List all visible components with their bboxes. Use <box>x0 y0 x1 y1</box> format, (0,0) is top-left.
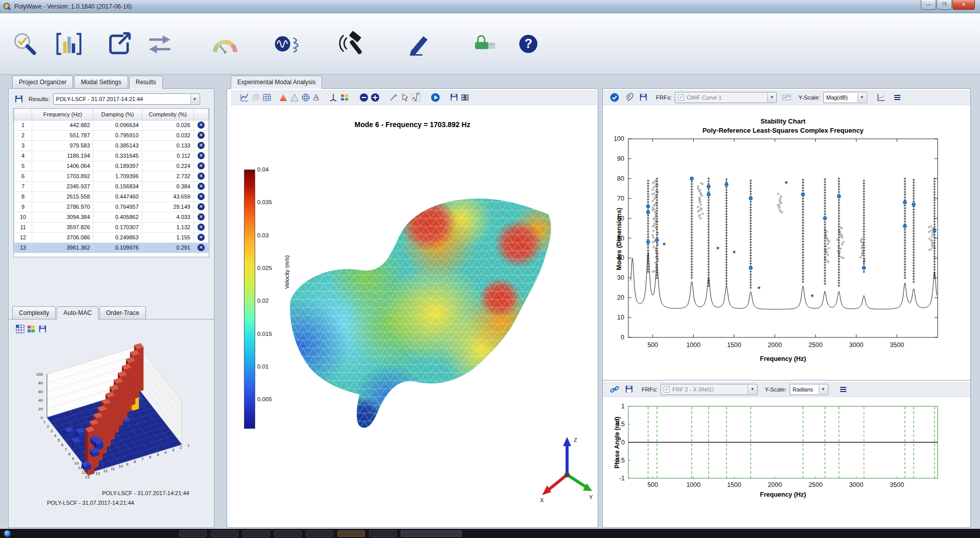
cell-frequency[interactable]: 442.882 <box>32 120 93 130</box>
sphere-view-button[interactable] <box>300 92 311 103</box>
cell-complexity[interactable]: 2.732 <box>142 171 193 181</box>
orientation-triad[interactable]: Z X Y <box>538 433 594 504</box>
axes-tool-button[interactable] <box>875 92 887 103</box>
table-row[interactable]: 51406.0640.1893970.224✕ <box>14 161 209 171</box>
mode-curve-button[interactable] <box>410 92 422 103</box>
table-row[interactable]: 3979.5830.3851430.133✕ <box>14 140 209 151</box>
table-row[interactable]: 113597.8260.1703071.132✕ <box>14 222 209 232</box>
cell-damping[interactable]: 0.109976 <box>93 242 142 253</box>
tab-order-trace[interactable]: Order-Trace <box>100 306 146 319</box>
row-index[interactable]: 2 <box>14 130 32 140</box>
col-damping[interactable]: Damping (%) <box>93 109 142 120</box>
cell-frequency[interactable]: 3706.086 <box>32 232 93 242</box>
export-button[interactable] <box>104 29 137 59</box>
cursor-line-button[interactable] <box>388 92 399 103</box>
stability-chart[interactable]: 5001000150020002500300035000102030405060… <box>604 106 967 379</box>
cell-damping[interactable]: 0.096634 <box>93 120 142 130</box>
row-index[interactable]: 11 <box>14 222 32 232</box>
delete-mode-button[interactable]: ✕ <box>198 173 205 180</box>
modal-model-button[interactable] <box>53 29 85 59</box>
row-index[interactable]: 13 <box>14 242 32 253</box>
delete-mode-button[interactable]: ✕ <box>198 142 205 149</box>
cell-complexity[interactable]: 4.033 <box>142 212 193 222</box>
cell-damping[interactable]: 0.405862 <box>93 212 142 222</box>
table-row[interactable]: 123706.0860.2498631.155✕ <box>14 232 209 242</box>
taskbar-item-active[interactable] <box>401 530 462 537</box>
transfer-button[interactable] <box>143 29 176 59</box>
apply-check-button[interactable] <box>609 92 620 103</box>
cell-damping[interactable]: 0.170307 <box>93 222 142 232</box>
cell-complexity[interactable]: 0.112 <box>142 151 193 161</box>
phase-frfs-combo[interactable]: ✓ FRF 2 - X (Ref1) ▼ <box>660 384 757 395</box>
save-modeshape-button[interactable] <box>448 92 459 103</box>
cell-damping[interactable]: 0.249863 <box>93 232 142 242</box>
taskbar-item[interactable] <box>179 530 207 537</box>
table-row[interactable]: 72345.9370.1568340.384✕ <box>14 181 209 191</box>
delete-mode-button[interactable]: ✕ <box>198 224 205 231</box>
cell-complexity[interactable]: 1.132 <box>142 222 193 232</box>
zoom-in-button[interactable] <box>370 92 381 103</box>
cell-frequency[interactable]: 1703.892 <box>32 171 93 181</box>
delete-mode-button[interactable]: ✕ <box>198 162 205 169</box>
phase-chart-area[interactable]: 500100015002000250030003500-1-0.500.51 P… <box>604 398 969 516</box>
link-button[interactable] <box>609 384 620 395</box>
delete-mode-button[interactable]: ✕ <box>198 183 205 190</box>
table-view-button[interactable] <box>261 92 273 103</box>
table-row[interactable]: 61703.8921.7093962.732✕ <box>14 171 209 181</box>
tab-complexity[interactable]: Complexity <box>12 306 56 319</box>
phase-yscale-combo[interactable]: Radians ▼ <box>790 384 828 395</box>
tab-experimental-modal-analysis[interactable]: Experimental Modal Analysis <box>231 76 322 89</box>
save-results-button[interactable] <box>13 93 24 105</box>
row-index[interactable]: 12 <box>14 232 32 242</box>
cell-complexity[interactable]: 0.133 <box>142 140 193 151</box>
row-index[interactable]: 1 <box>14 120 32 130</box>
tab-project-organizer[interactable]: Project Organizer <box>12 76 73 88</box>
stability-yscale-combo[interactable]: Mag(dB) ▼ <box>823 92 867 103</box>
stability-chart-area[interactable]: 5001000150020002500300035000102030405060… <box>604 106 969 379</box>
tab-modal-settings[interactable]: Modal Settings <box>74 76 128 88</box>
table-row[interactable]: 41186.1940.3316450.112✕ <box>14 151 209 161</box>
col-complexity[interactable]: Complexity (%) <box>142 109 193 120</box>
impact-hammer-button[interactable] <box>337 29 370 59</box>
frf-checkbox[interactable]: ✓ <box>678 94 684 101</box>
geometry-button[interactable] <box>250 92 261 103</box>
legend-list-button[interactable] <box>838 384 849 395</box>
cell-complexity[interactable]: 0.026 <box>142 120 193 130</box>
start-button[interactable] <box>4 530 11 537</box>
play-animation-button[interactable] <box>430 92 441 103</box>
mode-shape-plot[interactable] <box>283 194 558 437</box>
chevron-down-icon[interactable]: ▼ <box>857 93 866 102</box>
cell-frequency[interactable]: 1406.064 <box>32 161 93 171</box>
modeshape-plot-button[interactable] <box>239 92 250 103</box>
cell-complexity[interactable]: 1.155 <box>142 232 193 242</box>
taskbar-item[interactable] <box>242 530 270 537</box>
tab-results[interactable]: Results <box>129 76 163 89</box>
inspect-button[interactable] <box>9 29 42 59</box>
colormap-button[interactable] <box>278 92 289 103</box>
cell-frequency[interactable]: 2786.970 <box>32 202 93 212</box>
save-stability-button[interactable] <box>638 92 649 103</box>
axes-pin-button[interactable] <box>328 92 339 103</box>
cell-complexity[interactable]: 0.384 <box>142 181 193 191</box>
delete-mode-button[interactable]: ✕ <box>198 244 205 251</box>
taskbar-item[interactable] <box>369 530 397 537</box>
delete-mode-button[interactable]: ✕ <box>198 152 205 159</box>
cell-complexity[interactable]: 0.032 <box>142 130 193 140</box>
chart-splitter[interactable] <box>603 380 970 381</box>
cell-damping[interactable]: 0.331645 <box>93 151 142 161</box>
cell-damping[interactable]: 0.385143 <box>93 140 142 151</box>
col-frequency[interactable]: Frequency (Hz) <box>32 109 93 120</box>
stability-frfs-combo[interactable]: ✓ CMIF Curve 1 ▼ <box>675 92 777 103</box>
save-mac-button[interactable] <box>37 323 48 334</box>
results-combo[interactable]: POLY-LSCF - 31.07.2017-14:21:44 ▼ <box>53 93 200 105</box>
cursor-arrow-button[interactable] <box>399 92 410 103</box>
taskbar-item[interactable] <box>211 530 238 537</box>
plot-style-button[interactable] <box>26 323 37 334</box>
frf-checkbox[interactable]: ✓ <box>664 386 670 393</box>
media-export-button[interactable] <box>459 92 471 103</box>
delete-mode-button[interactable]: ✕ <box>198 132 205 139</box>
row-index[interactable]: 3 <box>14 140 32 151</box>
usb-transfer-button[interactable] <box>471 29 504 59</box>
cell-frequency[interactable]: 1186.194 <box>32 151 93 161</box>
cell-frequency[interactable]: 979.583 <box>32 140 93 151</box>
